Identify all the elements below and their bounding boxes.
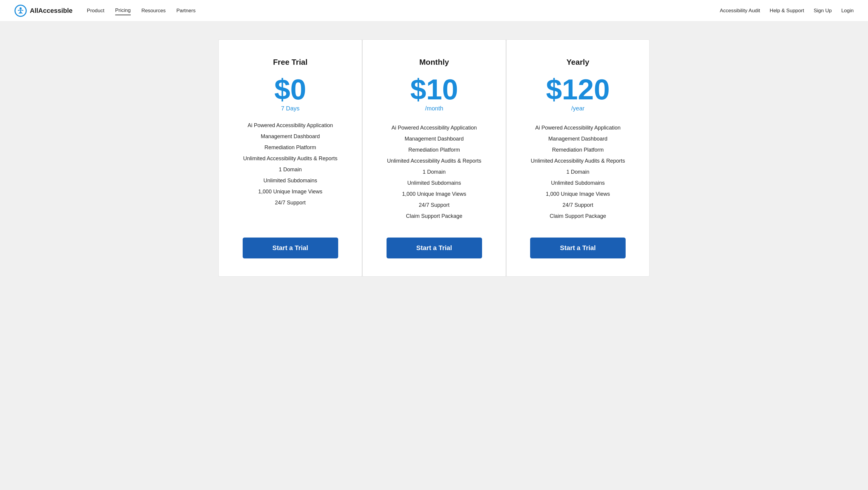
- feature-item: Unlimited Accessibility Audits & Reports: [387, 157, 481, 165]
- nav-product[interactable]: Product: [87, 6, 104, 15]
- card-trial-days: 7 Days: [281, 105, 299, 112]
- card-period: /year: [571, 105, 584, 112]
- nav-pricing[interactable]: Pricing: [115, 6, 131, 15]
- feature-item: Remediation Platform: [243, 143, 337, 152]
- nav-accessibility-audit[interactable]: Accessibility Audit: [720, 8, 760, 14]
- nav-help-support[interactable]: Help & Support: [770, 8, 804, 14]
- feature-item: Management Dashboard: [243, 132, 337, 140]
- card-period: /month: [425, 105, 443, 112]
- main-content: Free Trial$07 DaysAi Powered Accessibili…: [0, 22, 868, 300]
- pricing-card-monthly: Monthly$10/monthAi Powered Accessibility…: [362, 39, 506, 276]
- feature-item: 1 Domain: [387, 168, 481, 176]
- feature-item: 1 Domain: [243, 166, 337, 174]
- feature-item: 24/7 Support: [387, 201, 481, 209]
- cta-button-yearly[interactable]: Start a Trial: [530, 237, 626, 258]
- feature-item: Unlimited Subdomains: [387, 179, 481, 187]
- feature-item: 1,000 Unique Image Views: [531, 190, 625, 198]
- pricing-card-yearly: Yearly$120/yearAi Powered Accessibility …: [506, 39, 650, 276]
- feature-item: Unlimited Accessibility Audits & Reports: [243, 155, 337, 163]
- card-price: $10: [410, 75, 458, 104]
- feature-item: Unlimited Subdomains: [243, 177, 337, 185]
- svg-point-2: [20, 7, 22, 9]
- feature-item: Remediation Platform: [387, 146, 481, 154]
- card-price: $120: [546, 75, 610, 104]
- navbar: AllAccessible Product Pricing Resources …: [0, 0, 868, 22]
- nav-links-left: Product Pricing Resources Partners: [87, 6, 720, 15]
- nav-sign-up[interactable]: Sign Up: [814, 8, 832, 14]
- feature-item: Management Dashboard: [531, 135, 625, 143]
- brand-logo-icon: [14, 4, 27, 17]
- feature-item: Ai Powered Accessibility Application: [531, 124, 625, 132]
- nav-login[interactable]: Login: [841, 8, 854, 14]
- pricing-grid: Free Trial$07 DaysAi Powered Accessibili…: [195, 39, 673, 276]
- feature-item: Ai Powered Accessibility Application: [243, 122, 337, 130]
- pricing-card-free-trial: Free Trial$07 DaysAi Powered Accessibili…: [218, 39, 362, 276]
- cta-button-free-trial[interactable]: Start a Trial: [243, 237, 338, 258]
- brand-logo[interactable]: AllAccessible: [14, 4, 72, 17]
- card-features: Ai Powered Accessibility ApplicationMana…: [243, 122, 337, 223]
- feature-item: Unlimited Accessibility Audits & Reports: [531, 157, 625, 165]
- feature-item: 1,000 Unique Image Views: [243, 188, 337, 196]
- card-features: Ai Powered Accessibility ApplicationMana…: [387, 124, 481, 223]
- feature-item: Claim Support Package: [387, 212, 481, 220]
- card-features: Ai Powered Accessibility ApplicationMana…: [531, 124, 625, 223]
- card-title: Free Trial: [273, 58, 308, 67]
- feature-item: Unlimited Subdomains: [531, 179, 625, 187]
- brand-name: AllAccessible: [30, 7, 72, 14]
- feature-item: 1 Domain: [531, 168, 625, 176]
- nav-partners[interactable]: Partners: [177, 6, 195, 15]
- card-price: $0: [274, 75, 306, 104]
- nav-links-right: Accessibility Audit Help & Support Sign …: [720, 8, 854, 14]
- feature-item: 24/7 Support: [531, 201, 625, 209]
- card-title: Yearly: [566, 58, 590, 67]
- feature-item: Remediation Platform: [531, 146, 625, 154]
- feature-item: 1,000 Unique Image Views: [387, 190, 481, 198]
- feature-item: Ai Powered Accessibility Application: [387, 124, 481, 132]
- card-title: Monthly: [420, 58, 449, 67]
- feature-item: Management Dashboard: [387, 135, 481, 143]
- feature-item: 24/7 Support: [243, 199, 337, 207]
- feature-item: Claim Support Package: [531, 212, 625, 220]
- nav-resources[interactable]: Resources: [142, 6, 166, 15]
- cta-button-monthly[interactable]: Start a Trial: [386, 237, 482, 258]
